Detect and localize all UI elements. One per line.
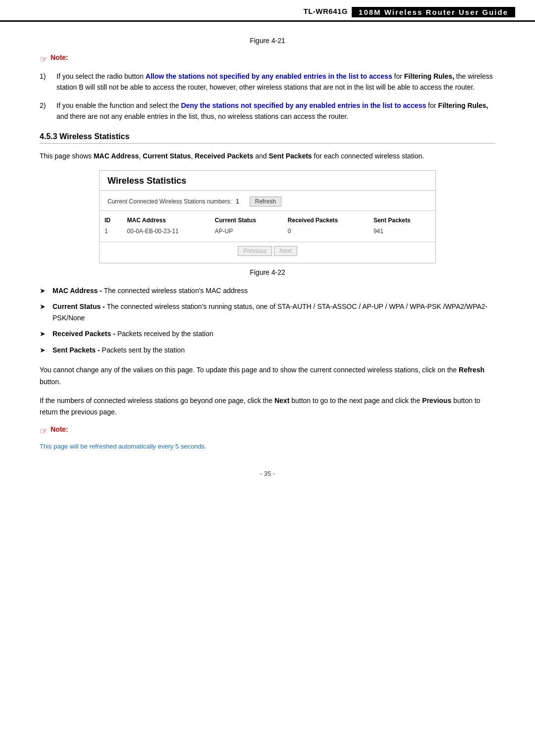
cell-received: 0 xyxy=(283,226,369,239)
note-label-2: Note: xyxy=(51,425,68,433)
stations-count: 1 xyxy=(236,198,246,205)
refresh-button[interactable]: Refresh xyxy=(250,197,281,206)
note-block-2: ☞ Note: xyxy=(40,425,495,437)
figure-22-label: Figure 4-22 xyxy=(40,268,495,276)
note-block-1: ☞ Note: xyxy=(40,53,495,65)
intro-text: This page shows MAC Address, Current Sta… xyxy=(40,151,495,161)
cell-sent: 941 xyxy=(369,226,435,239)
list-item: ➤ Current Status - The connected wireles… xyxy=(40,301,495,323)
note-label-1: Note: xyxy=(51,53,68,61)
bullet-text-3: Received Packets - Packets received by t… xyxy=(53,328,214,339)
col-received: Received Packets xyxy=(283,214,369,226)
table-row: 1 00-0A-EB-00-23-11 AP-UP 0 941 xyxy=(100,226,435,239)
highlight-1: Allow the stations not specified by any … xyxy=(146,72,392,80)
panel-top-row: Current Connected Wireless Stations numb… xyxy=(100,191,435,211)
mac-bold: MAC Address xyxy=(94,152,139,160)
page-number: - 35 - xyxy=(40,470,495,487)
next-button[interactable]: Next xyxy=(274,246,297,256)
panel-title: Wireless Statistics xyxy=(100,171,435,191)
sent-bold: Sent Packets xyxy=(268,152,312,160)
mac-term: MAC Address - xyxy=(53,287,102,295)
list-text-2: If you enable the function and select th… xyxy=(56,100,495,122)
status-bold: Current Status xyxy=(143,152,191,160)
arrow-icon-3: ➤ xyxy=(40,328,51,339)
stats-table: ID MAC Address Current Status Received P… xyxy=(100,214,435,239)
note-icon-2: ☞ xyxy=(40,426,48,437)
cell-status: AP-UP xyxy=(210,226,282,239)
bullet-list: ➤ MAC Address - The connected wireless s… xyxy=(40,285,495,355)
list-num-2: 2) xyxy=(40,100,56,122)
arrow-icon-2: ➤ xyxy=(40,301,51,312)
bullet-text-2: Current Status - The connected wireless … xyxy=(53,301,495,323)
highlight-3: Deny the stations not specified by any e… xyxy=(181,101,426,109)
bullet-text-1: MAC Address - The connected wireless sta… xyxy=(53,285,248,296)
model-label: TL-WR641G xyxy=(304,7,348,17)
list-item: 2) If you enable the function and select… xyxy=(40,100,495,122)
previous-bold: Previous xyxy=(422,397,451,404)
list-item: 1) If you select the radio button Allow … xyxy=(40,71,495,93)
col-sent: Sent Packets xyxy=(369,214,435,226)
list-item: ➤ MAC Address - The connected wireless s… xyxy=(40,285,495,296)
list-item: ➤ Received Packets - Packets received by… xyxy=(40,328,495,339)
status-term: Current Status - xyxy=(53,302,105,310)
note-bottom-text: This page will be refreshed automaticall… xyxy=(40,443,495,450)
cell-mac: 00-0A-EB-00-23-11 xyxy=(122,226,210,239)
received-term: Received Packets - xyxy=(53,330,115,338)
col-mac: MAC Address xyxy=(122,214,210,226)
table-header-row: ID MAC Address Current Status Received P… xyxy=(100,214,435,226)
refresh-bold: Refresh xyxy=(459,366,484,374)
note-icon-1: ☞ xyxy=(40,54,48,65)
list-item: ➤ Sent Packets - Packets sent by the sta… xyxy=(40,345,495,355)
sent-term: Sent Packets - xyxy=(53,346,100,354)
section-heading: 4.5.3 Wireless Statistics xyxy=(40,132,495,144)
highlight-2: Filtering Rules, xyxy=(404,72,454,80)
panel-nav: Previous Next xyxy=(100,242,435,258)
next-bold: Next xyxy=(274,397,289,404)
notes-list: 1) If you select the radio button Allow … xyxy=(40,71,495,122)
list-text-1: If you select the radio button Allow the… xyxy=(56,71,495,93)
previous-button[interactable]: Previous xyxy=(238,246,272,256)
highlight-4: Filtering Rules, xyxy=(438,101,488,109)
para-1: You cannot change any of the values on t… xyxy=(40,364,495,388)
bullet-text-4: Sent Packets - Packets sent by the stati… xyxy=(53,345,185,355)
cell-id: 1 xyxy=(100,226,122,239)
main-content: Figure 4-21 ☞ Note: 1) If you select the… xyxy=(0,22,535,507)
figure-21-label: Figure 4-21 xyxy=(40,37,495,45)
guide-title: 108M Wireless Router User Guide xyxy=(352,7,515,17)
page-header: TL-WR641G 108M Wireless Router User Guid… xyxy=(0,0,535,22)
wireless-stats-panel: Wireless Statistics Current Connected Wi… xyxy=(99,170,436,263)
arrow-icon-1: ➤ xyxy=(40,285,51,296)
para-2: If the numbers of connected wireless sta… xyxy=(40,395,495,419)
col-status: Current Status xyxy=(210,214,282,226)
stations-label: Current Connected Wireless Stations numb… xyxy=(107,198,232,205)
recv-bold: Received Packets xyxy=(195,152,253,160)
arrow-icon-4: ➤ xyxy=(40,345,51,355)
list-num-1: 1) xyxy=(40,71,56,93)
col-id: ID xyxy=(100,214,122,226)
